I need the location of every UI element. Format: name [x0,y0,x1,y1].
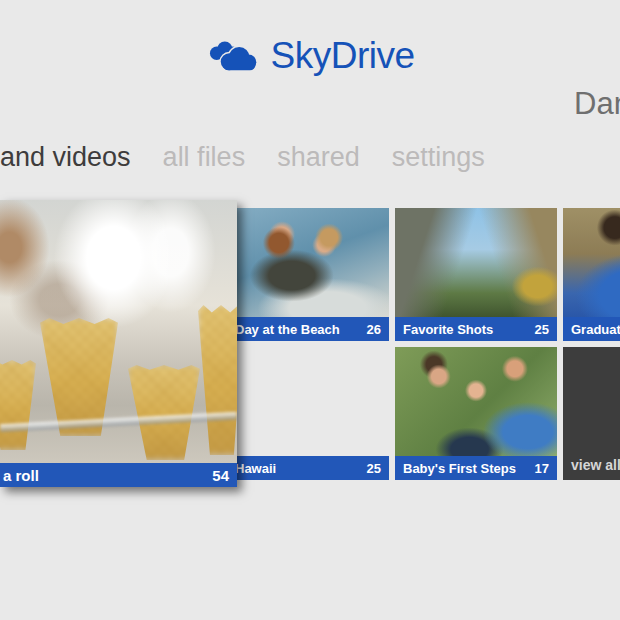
album-title: Hawaii [235,461,276,476]
album-tile-bar: Graduation [563,317,620,341]
album-photo [395,347,557,456]
album-count: 17 [535,461,549,476]
album-tile-hawaii[interactable]: Hawaii 25 [227,347,389,480]
album-tile-babys-first-steps[interactable]: Baby's First Steps 17 [395,347,557,480]
glass-shelf [0,412,237,432]
waffle-cone [128,365,200,460]
album-photo [227,347,389,456]
album-tile-day-at-the-beach[interactable]: Day at the Beach 26 [227,208,389,341]
app-header: SkyDrive [0,36,620,74]
album-tile-bar: Hawaii 25 [227,456,389,480]
album-tile-favorite-shots[interactable]: Favorite Shots 25 [395,208,557,341]
album-photo [395,208,557,317]
nav-bar: and videos all files shared settings [0,142,485,173]
waffle-cone [0,360,36,450]
nav-item-shared[interactable]: shared [277,142,360,173]
album-photo [563,208,620,317]
skydrive-app: { "app": { "title": "SkyDrive", "user": … [0,0,620,620]
album-title: Baby's First Steps [403,461,516,476]
album-count: 25 [367,461,381,476]
waffle-cone [198,305,237,455]
album-count: 54 [212,467,229,484]
view-all-label: view all [571,457,620,473]
album-title: Graduation [571,322,620,337]
album-title: Day at the Beach [235,322,340,337]
skydrive-cloud-icon [205,36,259,74]
user-name[interactable]: Dan [574,86,620,122]
album-tile-bar: a roll 54 [0,463,237,487]
nav-item-settings[interactable]: settings [392,142,485,173]
view-all-tile[interactable]: view all [563,347,620,480]
album-title: Favorite Shots [403,322,493,337]
album-photo [227,208,389,317]
album-tile-camera-roll-featured[interactable]: a roll 54 [0,200,237,487]
album-tile-bar: Baby's First Steps 17 [395,456,557,480]
album-tile-graduation[interactable]: Graduation [563,208,620,341]
album-photo [0,200,237,463]
nav-item-all-files[interactable]: all files [163,142,246,173]
album-tile-bar: Favorite Shots 25 [395,317,557,341]
album-count: 26 [367,322,381,337]
album-title: a roll [3,467,39,484]
album-tile-bar: Day at the Beach 26 [227,317,389,341]
app-title: SkyDrive [270,37,414,74]
album-count: 25 [535,322,549,337]
nav-item-photos-and-videos[interactable]: and videos [0,142,131,173]
